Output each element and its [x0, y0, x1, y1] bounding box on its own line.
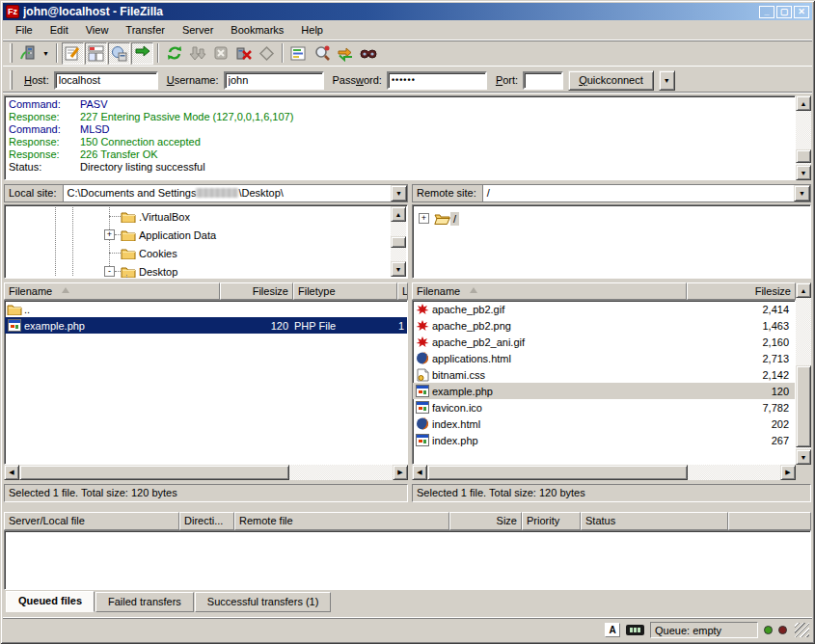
column-header-remote-file[interactable]: Remote file	[234, 512, 449, 530]
scroll-right-icon[interactable]: ▶	[393, 465, 408, 480]
site-manager-dropdown[interactable]: ▼	[40, 42, 52, 65]
refresh-button[interactable]	[163, 42, 185, 65]
disconnect-button[interactable]	[232, 42, 255, 65]
tree-item-virtualbox[interactable]: .VirtualBox	[109, 207, 193, 226]
expand-plus-icon[interactable]: +	[419, 213, 429, 224]
collapse-minus-icon[interactable]: -	[104, 266, 115, 277]
remote-vscrollbar-thumb[interactable]	[796, 365, 811, 447]
remote-vscrollbar[interactable]: ▲ ▼	[796, 282, 811, 465]
menu-transfer[interactable]: Transfer	[117, 21, 174, 39]
local-hscrollbar-thumb[interactable]	[19, 465, 289, 480]
column-header-filetype[interactable]: Filetype	[293, 282, 397, 300]
toolbar-separator	[157, 43, 159, 63]
file-row[interactable]: index.html 202	[413, 416, 795, 432]
menu-view[interactable]: View	[77, 21, 118, 39]
file-row-selected[interactable]: example.php 120	[413, 383, 795, 399]
password-input[interactable]	[387, 71, 487, 90]
scroll-down-icon[interactable]: ▼	[796, 165, 811, 180]
column-header-last-modified[interactable]: L	[397, 282, 408, 300]
tree-item-cookies[interactable]: Cookies	[109, 244, 180, 262]
scroll-left-icon[interactable]: ◀	[4, 465, 19, 480]
local-tree-scrollbar-thumb[interactable]	[391, 236, 406, 248]
scroll-up-icon[interactable]: ▲	[796, 282, 811, 298]
speed-limit-icon[interactable]	[626, 625, 644, 635]
tree-item-root[interactable]: + /	[419, 209, 459, 228]
toggle-transfer-queue-button[interactable]	[131, 42, 153, 65]
toggle-message-log-button[interactable]	[62, 42, 84, 65]
scroll-down-icon[interactable]: ▼	[391, 261, 406, 277]
column-header-size[interactable]: Size	[449, 512, 522, 530]
menu-server[interactable]: Server	[174, 21, 222, 39]
local-site-dropdown[interactable]: ▼	[391, 185, 407, 201]
host-input[interactable]	[54, 71, 158, 90]
minimize-button[interactable]: _	[759, 6, 774, 18]
column-header-filesize[interactable]: Filesize	[687, 282, 796, 300]
reconnect-button[interactable]	[256, 42, 278, 65]
column-header-filename[interactable]: Filename	[4, 282, 220, 300]
remote-site-path[interactable]: /	[483, 185, 794, 201]
log-scrollbar-thumb[interactable]	[796, 149, 811, 163]
file-row-parent-dir[interactable]: ..	[5, 301, 407, 317]
file-row[interactable]: apache_pb2.png 1,463	[413, 317, 795, 334]
file-row[interactable]: apache_pb2_ani.gif 2,160	[413, 334, 795, 350]
compare-directories-button[interactable]	[311, 42, 333, 65]
ascii-data-type-icon[interactable]: A	[605, 623, 620, 637]
column-header-status[interactable]: Status	[581, 512, 728, 530]
toggle-remote-tree-button[interactable]	[108, 42, 130, 65]
local-hscrollbar[interactable]: ◀ ▶	[4, 465, 408, 480]
menu-edit[interactable]: Edit	[41, 21, 77, 39]
port-input[interactable]	[523, 71, 563, 90]
maximize-button[interactable]: ▢	[776, 6, 792, 18]
column-header-filesize[interactable]: Filesize	[220, 282, 293, 300]
remote-hscrollbar-thumb[interactable]	[427, 465, 688, 480]
column-header-filename[interactable]: Filename	[412, 282, 687, 300]
file-row-example-php[interactable]: example.php 120 PHP File 1	[5, 317, 407, 334]
column-header-server-local-file[interactable]: Server/Local file	[4, 512, 179, 530]
scroll-up-icon[interactable]: ▲	[796, 95, 811, 111]
find-files-icon	[360, 46, 377, 60]
toggle-local-tree-button[interactable]	[85, 42, 107, 65]
directory-filters-button[interactable]	[287, 42, 310, 65]
tree-item-desktop[interactable]: - Desktop	[104, 262, 180, 279]
column-header-priority[interactable]: Priority	[522, 512, 581, 530]
column-header-direction[interactable]: Directi...	[179, 512, 234, 530]
process-queue-button[interactable]	[186, 42, 208, 65]
file-row[interactable]: apache_pb2.gif 2,414	[413, 301, 795, 317]
file-row[interactable]: index.php 267	[413, 432, 795, 448]
local-site-path[interactable]: C:\Documents and Settings\Desktop\	[64, 185, 391, 201]
file-row[interactable]: bitnami.css 2,142	[413, 366, 795, 383]
remote-file-list[interactable]: apache_pb2.gif 2,414 apache_pb2.png 1,46…	[412, 300, 796, 465]
expand-plus-icon[interactable]: +	[104, 229, 115, 240]
synchronized-browsing-button[interactable]	[334, 42, 356, 65]
cancel-operation-button[interactable]	[209, 42, 231, 65]
tree-item-application-data[interactable]: + Application Data	[104, 226, 219, 244]
scroll-up-icon[interactable]: ▲	[391, 206, 406, 222]
find-files-button[interactable]	[357, 42, 379, 65]
username-input[interactable]	[224, 71, 324, 90]
scroll-right-icon[interactable]: ▶	[780, 465, 796, 480]
queue-body[interactable]	[4, 530, 811, 590]
quickconnect-button[interactable]: Quickconnect	[568, 70, 654, 91]
menu-help[interactable]: Help	[292, 21, 332, 39]
remote-hscrollbar[interactable]: ◀ ▶	[412, 465, 796, 480]
file-row[interactable]: favicon.ico 7,782	[413, 399, 795, 416]
remote-directory-tree[interactable]: + /	[412, 204, 811, 279]
tab-successful-transfers[interactable]: Successful transfers (1)	[195, 592, 332, 612]
close-button[interactable]: ✕	[794, 6, 809, 18]
quickconnect-dropdown[interactable]: ▼	[659, 70, 675, 91]
resize-grip[interactable]	[795, 623, 809, 637]
remote-site-dropdown[interactable]: ▼	[794, 185, 810, 201]
file-row[interactable]: applications.html 2,713	[413, 350, 795, 366]
local-file-list[interactable]: .. example.php 120 PHP File 1	[4, 300, 408, 465]
site-manager-button[interactable]	[16, 42, 39, 65]
scroll-down-icon[interactable]: ▼	[796, 449, 811, 465]
local-tree-scrollbar[interactable]: ▲ ▼	[391, 206, 406, 277]
menu-file[interactable]: File	[7, 21, 41, 39]
scroll-left-icon[interactable]: ◀	[412, 465, 427, 480]
title-bar[interactable]: Fz john@localhost - FileZilla _ ▢ ✕	[3, 3, 812, 20]
tab-failed-transfers[interactable]: Failed transfers	[95, 592, 194, 612]
tab-queued-files[interactable]: Queued files	[6, 591, 95, 612]
local-directory-tree[interactable]: .VirtualBox + Application Data Cookies -…	[4, 204, 408, 279]
log-scrollbar[interactable]: ▲ ▼	[796, 95, 811, 180]
menu-bookmarks[interactable]: Bookmarks	[222, 21, 292, 39]
